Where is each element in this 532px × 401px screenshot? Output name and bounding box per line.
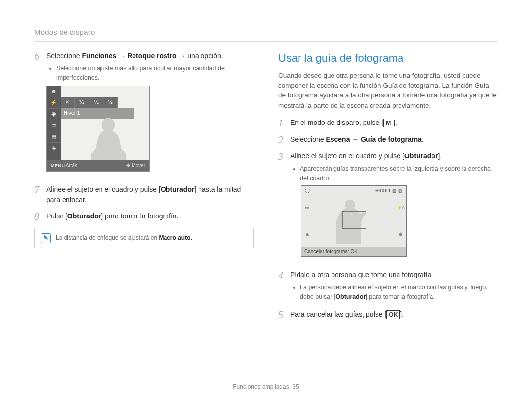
icon-size: ▭ [305,205,309,212]
bold-funciones: Funciones [82,52,116,60]
left-column: 6 Seleccione Funciones → Retoque rostro … [34,51,254,326]
step-2: 2 Seleccione Escena → Guía de fotograma. [278,134,498,145]
step-number: 5 [278,309,290,320]
shot-counter: 00001 [375,188,391,193]
icon-macro: ❀ [399,231,403,238]
lcd-level-cells: ✕ ⅟₁ ⅟₂ ⅟₃ [61,97,118,108]
bold-obturador: Obturador [67,212,101,220]
text: En el modo de disparo, pulse [ [290,119,383,126]
step-number: 1 [278,118,290,128]
focus-frame [342,211,366,229]
cell-frac2: ⅟₂ [89,97,103,108]
bold-obturador: Obturador [335,293,366,300]
step-6: 6 Seleccione Funciones → Retoque rostro … [34,51,254,179]
bold-obturador: Obturador [404,152,438,160]
lcd2-left-icons: ▭ I⊞ [303,195,311,247]
text: . [422,135,424,143]
note-icon: ✎ [41,233,51,243]
step-number: 3 [278,151,290,264]
back-label: Atrás [66,163,77,168]
section-title: Usar la guía de fotograma [278,51,498,66]
step-body: En el modo de disparo, pulse [M]. [290,118,498,128]
text: ]. [393,119,397,126]
icon-flash-off: ⚡ [47,97,61,109]
nav-icon: ✥ [126,163,130,168]
menu-label: MENU [51,163,65,168]
footer-page-number: 35 [292,383,299,390]
ok-button-glyph: OK [386,310,400,319]
cell-frac1: ⅟₁ [75,97,89,108]
step-number: 4 [278,270,290,304]
breadcrumb: Modos de disparo [34,27,498,37]
bold-retoque: Retoque rostro [127,52,176,60]
arrow: → [350,135,361,143]
camera-lcd-retouch: ☻ ⚡ ◉ ▭ ▤ ◈ ✕ ⅟₁ ⅟₂ ⅟₃ [46,86,150,172]
page-footer: Funciones ampliadas 35 [0,383,532,391]
arrow: → [178,52,187,60]
step-number: 8 [34,211,46,222]
text: ] para tomar la fotografía. [366,293,434,300]
step-body: Seleccione Escena → Guía de fotograma. [290,134,498,145]
text: La distancia de enfoque se ajustará en [56,234,159,241]
step-body: Alinee el sujeto en el cuadro y pulse [O… [46,185,254,205]
step-5: 5 Para cancelar las guías, pulse [OK]. [278,309,498,320]
note-text: La distancia de enfoque se ajustará en M… [56,234,192,242]
move-label: Mover [132,163,145,168]
step-number: 6 [34,51,46,179]
cell-frac3: ⅟₃ [103,97,118,108]
step-8: 8 Pulse [Obturador] para tomar la fotogr… [34,211,254,222]
step-body: Para cancelar las guías, pulse [OK]. [290,309,498,320]
icon-face-retouch: ☻ [47,86,61,97]
step-body: Pídale a otra persona que tome una fotog… [290,270,498,304]
intro-text: Cuando desee que otra persona le tome un… [278,71,498,111]
right-column: Usar la guía de fotograma Cuando desee q… [278,51,498,326]
battery-icon: ▥ ▥ [392,188,402,193]
bullet: La persona debe alinear el sujeto en el … [300,283,498,302]
section-divider [34,41,498,42]
text: una opción. [187,52,223,60]
lcd-footer-right: ✥ Mover [126,162,145,169]
bold-obturador: Obturador [161,185,194,193]
icon-iso: I⊞ [304,231,310,238]
lcd2-top-right: 00001 ▥ ▥ [375,188,402,195]
text: Para cancelar las guías, pulse [ [290,310,386,318]
text: ]. [400,310,404,318]
step-number: 7 [34,185,46,205]
text: Alinee el sujeto en el cuadro y pulse [ [290,152,404,160]
mode-dial-icon: M [383,119,393,127]
icon-quality: ▤ [47,131,61,143]
lcd2-footer: Cancelar fotograma: OK [301,247,406,256]
step-4: 4 Pídale a otra persona que tome una fot… [278,270,498,304]
page: Modos de disparo 6 Seleccione Funciones … [0,0,532,401]
text: Pídale a otra persona que tome una fotog… [290,271,433,278]
bullet: Seleccione un ajuste más alto para ocult… [56,64,254,83]
icon-voice: ◈ [47,143,61,154]
bold-macro: Macro auto. [159,234,192,241]
text: Alinee el sujeto en el cuadro y pulse [ [46,185,161,193]
icon-metering: ◉ [47,109,61,120]
text: Seleccione [290,135,326,143]
cell-off: ✕ [61,97,75,108]
mode-indicator-icon: ⛶ [305,188,310,195]
lcd-footer: MENU Atrás ✥ Mover [47,160,149,171]
step-body: Seleccione Funciones → Retoque rostro → … [46,51,254,179]
step-3: 3 Alinee el sujeto en el cuadro y pulse … [278,151,498,264]
lcd2-right-icons: ⚡A ❀ [397,195,404,247]
note-box: ✎ La distancia de enfoque se ajustará en… [34,228,254,248]
bold-escena: Escena [326,135,350,143]
lcd-footer-left: MENU Atrás [51,162,77,170]
step-number: 2 [278,134,290,145]
step-body: Alinee el sujeto en el cuadro y pulse [O… [290,151,498,264]
bold-guia: Guía de fotograma [361,135,422,143]
lcd2-top-row: ⛶ 00001 ▥ ▥ [305,188,402,195]
icon-resolution: ▭ [47,120,61,131]
content-columns: 6 Seleccione Funciones → Retoque rostro … [34,51,498,326]
text: ] para tomar la fotografía. [101,212,178,220]
footer-section: Funciones ampliadas [233,383,289,390]
bullet: Aparecerán guías transparentes sobre la … [300,164,498,183]
camera-lcd-frame-guide: ⛶ 00001 ▥ ▥ ▭ I⊞ ⚡A ❀ [301,185,407,257]
step-1: 1 En el modo de disparo, pulse [M]. [278,118,498,128]
arrow: → [118,52,127,60]
icon-flash-auto: ⚡A [397,205,405,212]
step-body: Pulse [Obturador] para tomar la fotograf… [46,211,254,222]
